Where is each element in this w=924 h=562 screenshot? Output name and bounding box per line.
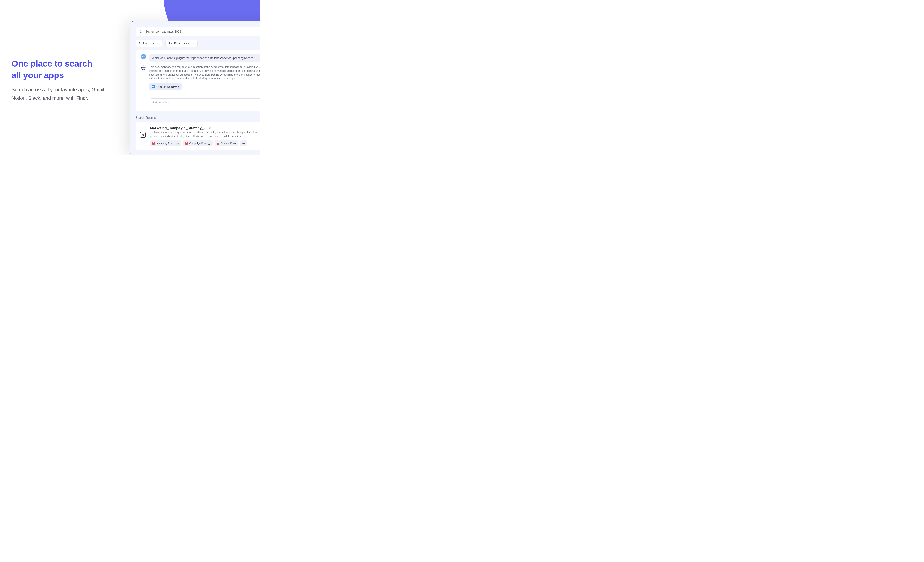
- chat-card: NS Which document highlights the importa…: [136, 50, 260, 111]
- filter-row: Preferences App Preferences: [136, 39, 260, 47]
- svg-point-5: [144, 68, 144, 68]
- file-chip-label: Marketing Roadmap: [156, 142, 179, 144]
- search-bar[interactable]: September roadmaps 2023: [136, 27, 260, 36]
- hero-section: One place to search all your apps Search…: [12, 58, 118, 102]
- user-avatar: NS: [141, 54, 146, 59]
- file-chip-campaign-strategy[interactable]: Campaign Strategy: [183, 140, 213, 146]
- hero-title-line1: One place to search: [12, 59, 92, 68]
- doc-chip-label: Product Roadmap: [157, 85, 179, 89]
- result-title: Marketing_Campaign_Strategy_2023: [150, 126, 260, 130]
- result-body: Marketing_Campaign_Strategy_2023 Outlini…: [150, 126, 260, 146]
- hero-title-line2: all your apps: [12, 70, 64, 80]
- file-chip-label: Campaign Strategy: [189, 142, 211, 144]
- pdf-icon: [152, 141, 155, 144]
- notion-icon: N: [140, 132, 146, 138]
- preferences-label: Preferences: [139, 42, 154, 45]
- svg-point-0: [140, 30, 142, 33]
- bot-avatar-icon: [141, 65, 146, 70]
- product-roadmap-chip[interactable]: Product Roadmap: [149, 83, 182, 90]
- app-preferences-label: App Preferences: [168, 42, 189, 45]
- search-results-heading: Search Results: [136, 116, 260, 119]
- ask-placeholder: Ask something...: [153, 101, 172, 104]
- pdf-icon: [217, 141, 219, 144]
- user-message-row: NS Which document highlights the importa…: [141, 54, 260, 62]
- search-result-item[interactable]: N Marketing_Campaign_Strategy_2023 Outli…: [136, 122, 260, 150]
- file-chips-row: Marketing Roadmap Campaign Strategy Cont…: [150, 140, 260, 146]
- file-chip-marketing-roadmap[interactable]: Marketing Roadmap: [150, 140, 181, 146]
- file-chip-label: Content Book: [221, 142, 236, 144]
- hero-title: One place to search all your apps: [12, 58, 118, 81]
- bot-content: This document offers a thorough examinat…: [149, 65, 260, 90]
- result-description: Outlining the overarching goals, target …: [150, 131, 260, 138]
- preferences-dropdown[interactable]: Preferences: [136, 39, 162, 47]
- app-preview-panel: September roadmaps 2023 Preferences App …: [130, 21, 260, 155]
- chevron-down-icon: [192, 42, 194, 44]
- file-chip-content-book[interactable]: Content Book: [214, 140, 238, 146]
- google-doc-icon: [152, 85, 155, 89]
- more-count: +4: [242, 142, 244, 144]
- svg-rect-3: [142, 67, 144, 68]
- hero-subtitle: Search across all your favorite apps, Gm…: [12, 86, 118, 102]
- svg-point-4: [142, 68, 143, 68]
- svg-line-1: [141, 32, 142, 33]
- pdf-icon: [185, 141, 188, 144]
- ask-input[interactable]: Ask something...: [150, 98, 260, 106]
- bot-response-row: This document offers a thorough examinat…: [141, 65, 260, 90]
- chevron-down-icon: [157, 42, 159, 44]
- more-files-chip[interactable]: +4: [240, 140, 246, 146]
- user-message: Which document highlights the importance…: [149, 54, 260, 62]
- app-preferences-dropdown[interactable]: App Preferences: [165, 39, 198, 47]
- search-query: September roadmaps 2023: [145, 30, 181, 33]
- search-icon: [140, 30, 142, 33]
- bot-response-text: This document offers a thorough examinat…: [149, 65, 260, 81]
